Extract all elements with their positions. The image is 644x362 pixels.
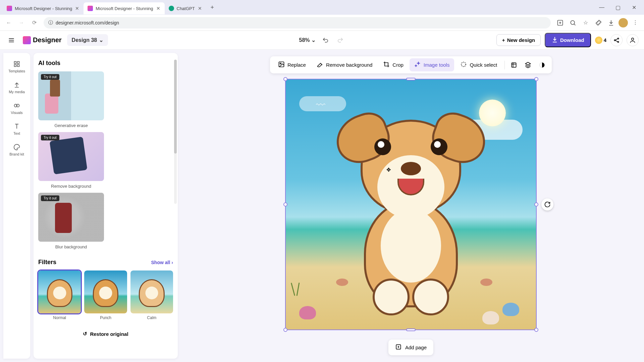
try-it-out-badge: Try it out [41,74,59,80]
credits-badge[interactable]: 4 [595,37,606,44]
window-controls: — ▢ ✕ [594,2,641,13]
rail-templates[interactable]: Templates [5,57,28,76]
designer-favicon [7,6,12,11]
add-page-label: Add page [405,345,427,350]
url-input[interactable]: ⓘ designer.microsoft.com/design [44,17,551,28]
browser-tab-strip: Microsoft Designer - Stunning ✕ Microsof… [0,0,644,15]
close-icon[interactable]: ✕ [198,6,202,11]
browser-tab-active[interactable]: Microsoft Designer - Stunning ✕ [84,2,164,14]
designer-logo-icon [23,36,31,44]
browser-tab[interactable]: ChatGPT ✕ [165,2,206,14]
crop-button[interactable]: Crop [378,58,408,71]
undo-icon[interactable] [321,36,330,45]
install-app-icon[interactable] [555,17,566,28]
filter-punch[interactable]: Recommended Punch [84,270,127,320]
chevron-down-icon: ⌄ [311,37,316,43]
download-icon [551,36,558,44]
close-window-icon[interactable]: ✕ [627,2,641,13]
lasso-icon [460,61,467,69]
svg-rect-9 [17,65,19,67]
filter-normal[interactable]: Normal [38,270,81,320]
site-info-icon[interactable]: ⓘ [48,20,53,26]
browser-tab[interactable]: Microsoft Designer - Stunning ✕ [3,2,84,14]
new-design-button[interactable]: + New design [496,34,541,46]
resize-handle-mr[interactable] [534,202,538,206]
palette-icon [13,143,20,151]
image-tools-button[interactable]: Image tools [410,58,454,71]
zoom-controls: 58% ⌄ [299,36,345,45]
back-icon[interactable]: ← [3,17,14,28]
resize-handle-ml[interactable] [283,202,287,206]
downloads-icon[interactable] [606,17,616,28]
download-label: Download [560,37,584,43]
download-button[interactable]: Download [545,33,591,47]
ai-tool-remove-background[interactable]: Try it out Remove background [38,132,104,189]
zoom-dropdown[interactable]: 58% ⌄ [299,37,315,43]
chevron-down-icon: ⌄ [99,37,103,43]
resize-handle-top[interactable] [406,78,416,80]
ai-tool-blur-background[interactable]: Try it out Blur background [38,193,104,249]
remove-background-button[interactable]: Remove background [312,58,377,71]
rail-visuals[interactable]: Visuals [5,99,28,118]
rotate-handle[interactable] [541,198,553,210]
extensions-icon[interactable] [593,17,604,28]
remove-bg-label: Remove background [326,62,372,68]
ai-tool-generative-erase[interactable]: Try it out Generative erase [38,71,104,128]
profile-avatar-icon[interactable] [619,18,628,27]
svg-rect-15 [512,63,516,67]
resize-handle-tr[interactable] [534,77,538,81]
svg-rect-6 [14,62,16,64]
resize-handle-bottom[interactable] [406,328,416,331]
layers-icon[interactable] [522,59,534,71]
ai-tool-thumbnail: Try it out [38,132,104,181]
crop-icon [383,61,390,69]
show-all-label: Show all [151,260,170,265]
canvas-image[interactable]: 〰 ✥ [286,79,536,329]
quick-select-label: Quick select [470,62,497,68]
rail-my-media[interactable]: My media [5,78,28,97]
resize-handle-tl[interactable] [283,77,287,81]
minimize-icon[interactable]: — [594,2,609,13]
rail-label: Visuals [11,111,22,115]
filter-label: Normal [38,315,81,320]
svg-point-3 [618,38,619,39]
account-button[interactable] [627,34,639,46]
opacity-icon[interactable] [536,59,548,71]
app-name: Designer [33,36,62,44]
show-all-link[interactable]: Show all › [151,260,173,265]
restore-original-button[interactable]: ↺ Restore original [38,327,173,340]
replace-button[interactable]: Replace [273,58,311,71]
close-icon[interactable]: ✕ [156,6,161,11]
rail-text[interactable]: Text [5,119,28,139]
chrome-menu-icon[interactable]: ⋮ [630,17,641,28]
share-button[interactable] [610,34,623,46]
resize-handle-bl[interactable] [283,328,287,332]
hamburger-menu-icon[interactable] [5,34,17,46]
canvas-selection[interactable]: 〰 ✥ [285,79,537,330]
app-logo[interactable]: Designer [23,36,62,44]
maximize-icon[interactable]: ▢ [610,2,625,13]
ai-tools-grid: Try it out Generative erase Try it out R… [38,71,173,249]
address-bar: ← → ⟳ ⓘ designer.microsoft.com/design ☆ … [0,15,644,31]
crop-label: Crop [392,62,404,68]
filter-label: Calm [130,315,173,320]
ai-tool-label: Blur background [38,244,104,249]
zoom-icon[interactable] [568,17,578,28]
scrollbar[interactable] [174,60,177,204]
filter-calm[interactable]: Recommended Calm [130,270,173,320]
filter-label: Punch [84,315,127,320]
bookmark-icon[interactable]: ☆ [580,17,591,28]
resize-handle-br[interactable] [534,328,538,332]
add-page-button[interactable]: Add page [388,340,433,355]
reload-icon[interactable]: ⟳ [29,17,40,28]
app-header: Designer Design 38 ⌄ 58% ⌄ + New design … [0,31,644,50]
frame-icon[interactable] [507,59,520,71]
rail-brand-kit[interactable]: Brand kit [5,140,28,160]
close-icon[interactable]: ✕ [75,6,79,11]
new-tab-button[interactable]: + [208,3,217,12]
svg-point-1 [571,20,575,24]
design-name-dropdown[interactable]: Design 38 ⌄ [67,34,108,46]
filter-thumbnail: Recommended [84,270,127,313]
quick-select-button[interactable]: Quick select [455,58,502,71]
svg-rect-7 [17,62,19,64]
